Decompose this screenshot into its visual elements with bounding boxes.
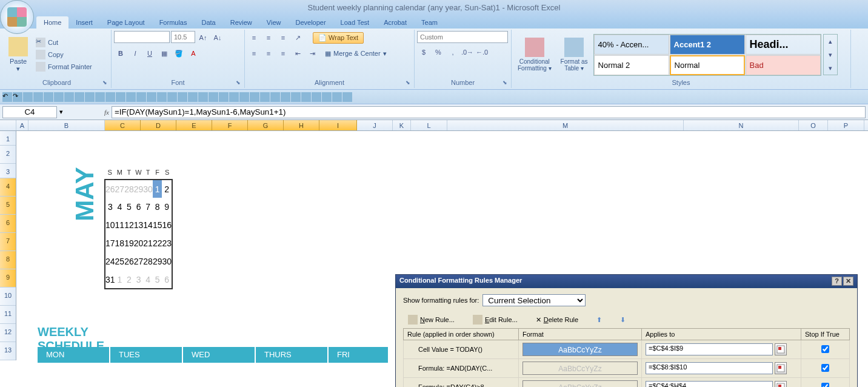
range-selector-button[interactable] <box>775 381 787 387</box>
increase-decimal-button[interactable]: .0→ <box>461 45 474 59</box>
applies-to-input[interactable]: =$C$4:$H$4 <box>646 381 773 387</box>
show-rules-select[interactable]: Current Selection <box>482 294 586 306</box>
qat-icon[interactable] <box>33 92 43 102</box>
qat-icon[interactable] <box>116 92 125 102</box>
calendar-cell[interactable]: 10 <box>105 216 115 234</box>
merge-center-button[interactable]: ▦Merge & Center ▾ <box>320 49 392 59</box>
calendar-cell[interactable]: 21 <box>143 234 153 252</box>
column-header[interactable]: P <box>828 120 864 130</box>
format-painter-button[interactable]: Format Painter <box>33 61 95 72</box>
tab-developer[interactable]: Developer <box>288 16 333 29</box>
qat-icon[interactable] <box>250 92 259 102</box>
column-header[interactable]: M <box>447 120 684 130</box>
calendar-cell[interactable]: 29 <box>153 252 162 271</box>
worksheet-grid[interactable]: ABCDEFGHIJKLMNOP 12345678910111213 MAY S… <box>0 120 868 387</box>
row-header[interactable]: 6 <box>0 215 16 233</box>
decrease-decimal-button[interactable]: ←.0 <box>475 45 489 59</box>
cut-button[interactable]: ✂Cut <box>33 37 95 48</box>
expand-icon[interactable]: ⬊ <box>406 79 410 86</box>
calendar-cell[interactable]: 25 <box>115 252 125 271</box>
row-header[interactable]: 2 <box>0 146 16 164</box>
calendar-cell[interactable]: 11 <box>115 216 125 234</box>
style-heading[interactable]: Headi... <box>746 35 821 55</box>
calendar-cell[interactable]: 12 <box>124 216 134 234</box>
applies-to-input[interactable]: =$C$8:$I$10 <box>646 362 773 374</box>
stop-if-true-checkbox[interactable] <box>821 345 829 353</box>
calendar-cell[interactable]: 5 <box>153 271 162 289</box>
rule-row[interactable]: Formula: =AND(DAY(C...AaBbCcYyZz=$C$8:$I… <box>404 359 850 378</box>
qat-icon[interactable] <box>239 92 249 102</box>
tab-insert[interactable]: Insert <box>68 16 100 29</box>
calendar-cell[interactable]: 1 <box>115 271 125 289</box>
align-right-button[interactable]: ≡ <box>276 47 290 60</box>
column-header[interactable]: I <box>319 120 357 130</box>
column-header[interactable]: G <box>248 120 284 130</box>
name-box[interactable] <box>2 106 57 118</box>
range-selector-button[interactable] <box>775 362 787 374</box>
column-header[interactable]: N <box>684 120 799 130</box>
style-normal2[interactable]: Normal 2 <box>594 55 669 75</box>
qat-icon[interactable] <box>312 92 321 102</box>
calendar-cell[interactable]: 4 <box>115 198 125 216</box>
row-header[interactable]: 9 <box>0 269 16 288</box>
rule-row[interactable]: Formula: =DAY(C4)>8AaBbCcYyZz=$C$4:$H$4 <box>404 378 850 388</box>
rule-row[interactable]: Cell Value = TODAY()AaBbCcYyZz=$C$4:$I$9 <box>404 340 850 359</box>
calendar-cell[interactable]: 30 <box>143 180 153 198</box>
move-down-button[interactable]: ⬇ <box>620 316 626 324</box>
calendar-cell[interactable]: 17 <box>105 234 115 252</box>
column-header[interactable]: J <box>357 120 393 130</box>
formula-input[interactable] <box>112 106 866 118</box>
qat-icon[interactable] <box>136 92 146 102</box>
number-format-combo[interactable] <box>417 31 508 43</box>
orientation-button[interactable]: ↗ <box>291 31 304 44</box>
wrap-text-button[interactable]: 📄 Wrap Text <box>313 32 364 44</box>
tab-home[interactable]: Home <box>36 16 68 29</box>
calendar-cell[interactable]: 31 <box>105 271 115 289</box>
qat-icon[interactable] <box>126 92 136 102</box>
qat-icon[interactable] <box>229 92 239 102</box>
column-header[interactable]: B <box>28 120 105 130</box>
row-header[interactable]: 1 <box>0 131 16 146</box>
row-header[interactable]: 7 <box>0 233 16 251</box>
fill-color-button[interactable]: 🪣 <box>172 47 185 60</box>
calendar-cell[interactable]: 2 <box>162 180 172 198</box>
calendar-cell[interactable]: 8 <box>153 198 162 216</box>
format-as-table-button[interactable]: Format asTable ▾ <box>557 36 592 73</box>
calendar-cell[interactable]: 16 <box>162 216 172 234</box>
font-name-combo[interactable] <box>114 31 170 43</box>
fx-icon[interactable]: fx <box>104 109 109 116</box>
tab-data[interactable]: Data <box>194 16 222 29</box>
close-icon[interactable]: ✕ <box>843 277 853 286</box>
gallery-up-icon[interactable]: ▴ <box>824 35 837 48</box>
row-header[interactable]: 10 <box>0 288 16 306</box>
calendar-cell[interactable]: 30 <box>162 252 172 271</box>
calendar-cell[interactable]: 15 <box>153 216 162 234</box>
qat-icon[interactable] <box>85 92 95 102</box>
grow-font-button[interactable]: A↑ <box>196 31 210 44</box>
row-header[interactable]: 8 <box>0 251 16 269</box>
row-header[interactable]: 3 <box>0 164 16 178</box>
qat-icon[interactable] <box>291 92 301 102</box>
column-header[interactable]: O <box>799 120 828 130</box>
qat-icon[interactable] <box>44 92 53 102</box>
gallery-more-icon[interactable]: ▾ <box>824 61 837 75</box>
redo-icon[interactable]: ↷ <box>13 92 22 102</box>
qat-icon[interactable] <box>260 92 270 102</box>
calendar-cell[interactable]: 28 <box>124 180 134 198</box>
currency-button[interactable]: $ <box>417 45 430 59</box>
calendar-cell[interactable]: 29 <box>134 180 144 198</box>
qat-icon[interactable] <box>167 92 177 102</box>
comma-button[interactable]: , <box>446 45 459 59</box>
tab-view[interactable]: View <box>259 16 289 29</box>
underline-button[interactable]: U <box>143 47 156 60</box>
calendar-cell[interactable]: 20 <box>134 234 144 252</box>
qat-icon[interactable] <box>188 92 198 102</box>
stop-if-true-checkbox[interactable] <box>821 383 829 388</box>
tab-team[interactable]: Team <box>414 16 445 29</box>
qat-icon[interactable] <box>64 92 74 102</box>
qat-icon[interactable] <box>75 92 84 102</box>
italic-button[interactable]: I <box>129 47 142 60</box>
edit-rule-button[interactable]: Edit Rule... <box>473 315 518 325</box>
align-left-button[interactable]: ≡ <box>247 47 261 60</box>
calendar-cell[interactable]: 9 <box>162 198 172 216</box>
